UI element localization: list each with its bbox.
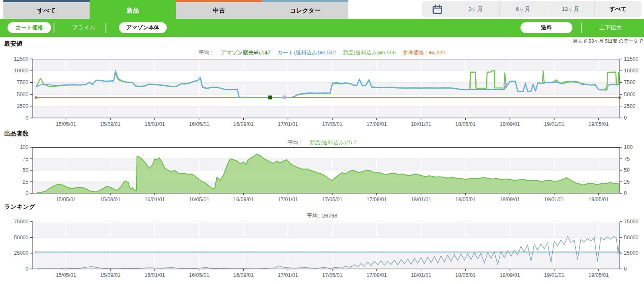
cart-price-toggle[interactable]: カート価格 <box>8 22 51 33</box>
y-axis-label: 0 <box>26 266 28 272</box>
chart-legend-lowest-price: 平均 : アマゾン販売¥5,147カート(送料込み)¥6,512新品(送料込み)… <box>0 49 644 56</box>
endpoint-dot <box>35 96 37 99</box>
y-axis-label: 50000 <box>624 235 639 241</box>
period-6m[interactable]: 6ヶ月 <box>499 1 546 17</box>
y-axis-label: 5000 <box>17 92 28 97</box>
x-axis-label: 18/01/01 <box>411 272 431 278</box>
period-12m[interactable]: 12ヶ月 <box>547 1 594 17</box>
tab-all[interactable]: すべて <box>3 0 90 19</box>
lowest-price-chart[interactable]: 0025002500500050007500750010000100001250… <box>0 59 644 130</box>
prime-label: プライム <box>72 24 95 31</box>
y-axis-label: 25000 <box>624 250 639 256</box>
y-axis-label: 10000 <box>14 68 28 74</box>
data-range-caption: 過去 約53ヶ月 5日間 のデータで <box>573 38 643 44</box>
x-axis-label: 19/05/01 <box>588 272 609 278</box>
x-axis-label: 17/09/01 <box>366 272 387 278</box>
legend-item: カート(送料込み)¥6,512 <box>277 49 336 56</box>
tab-new[interactable]: 新品 <box>90 0 176 19</box>
toolbar-separator <box>106 23 106 33</box>
grid-band <box>33 59 620 71</box>
y-axis-label: 50 <box>624 167 630 173</box>
y-axis-label: 75 <box>23 156 28 162</box>
expand-toggle[interactable]: 上下拡大 <box>587 22 634 33</box>
y-axis-label: 0 <box>624 266 627 272</box>
legend-item: 新品(送料込み)25.7 <box>309 139 356 146</box>
x-axis-label: 15/05/01 <box>56 272 76 278</box>
amazon-toggle[interactable]: アマゾン本体 <box>119 22 167 33</box>
y-axis-label: 75 <box>624 156 630 162</box>
period-12m-label: 12ヶ月 <box>562 5 579 13</box>
x-axis-label: 18/01/01 <box>411 121 431 127</box>
y-axis-label: 7500 <box>624 79 636 85</box>
x-axis-label: 15/05/01 <box>56 121 76 127</box>
legend-item: アマゾン販売¥5,147 <box>221 49 270 56</box>
x-axis-label: 17/05/01 <box>322 197 343 202</box>
period-all[interactable]: すべて <box>594 1 641 17</box>
x-axis-label: 17/05/01 <box>322 272 343 278</box>
period-6m-label: 6ヶ月 <box>516 5 531 13</box>
y-axis-label: 25 <box>23 179 28 185</box>
y-axis-label: 0 <box>26 190 28 196</box>
period-3m-label: 3ヶ月 <box>469 5 483 13</box>
y-axis-label: 75000 <box>14 219 28 225</box>
x-axis-label: 16/09/01 <box>233 272 254 278</box>
endpoint-dot <box>35 251 37 253</box>
y-axis-label: 100 <box>624 144 633 150</box>
expand-label: 上下拡大 <box>599 24 622 31</box>
y-axis-label: 5000 <box>624 92 636 97</box>
y-axis-label: 2500 <box>17 103 28 109</box>
period-3m[interactable]: 3ヶ月 <box>452 1 499 17</box>
x-axis-label: 18/09/01 <box>500 272 520 278</box>
cart-price-label: カート価格 <box>15 24 43 31</box>
y-axis-label: 0 <box>624 115 627 121</box>
x-axis-label: 18/05/01 <box>455 121 476 127</box>
ranking-chart[interactable]: 0025000250005000050000750007500015/05/01… <box>0 222 644 281</box>
x-axis-label: 18/09/01 <box>500 121 520 127</box>
grid-band <box>33 95 620 106</box>
grid-band <box>33 159 620 171</box>
x-axis-label: 16/01/01 <box>144 197 165 202</box>
tab-new-label: 新品 <box>127 7 139 15</box>
x-axis-label: 17/01/01 <box>278 121 298 127</box>
tab-collector[interactable]: コレクター <box>262 0 348 19</box>
grid-band <box>33 106 620 118</box>
y-axis-label: 25000 <box>14 250 28 256</box>
x-axis-label: 16/05/01 <box>189 272 209 278</box>
tab-used[interactable]: 中古 <box>176 0 262 19</box>
marker-square <box>504 82 507 86</box>
prime-toggle[interactable]: プライム <box>63 22 105 33</box>
price-tracker-page: すべて 新品 中古 コレクター 3ヶ月 6ヶ月 12ヶ月 <box>0 0 644 284</box>
y-axis-label: 50 <box>23 167 28 173</box>
grid-band <box>33 222 620 238</box>
x-axis-label: 19/01/01 <box>544 272 564 278</box>
grid-band <box>33 253 620 269</box>
chart-title-lowest-price: 最安値 <box>4 40 23 48</box>
y-axis-label: 12500 <box>14 56 28 62</box>
seller-count-chart[interactable]: 0025255050757510010015/05/0115/09/0116/0… <box>0 147 644 206</box>
y-axis-label: 100 <box>20 144 28 150</box>
legend-item: 平均 : <box>287 139 303 146</box>
x-axis-label: 17/01/01 <box>278 197 298 202</box>
x-axis-label: 16/05/01 <box>189 197 209 202</box>
toolbar-separator <box>54 23 54 33</box>
x-axis-label: 16/09/01 <box>233 197 254 202</box>
shipping-toggle[interactable]: 送料 <box>520 22 572 33</box>
y-axis-label: 50000 <box>14 235 28 241</box>
x-axis-label: 16/01/01 <box>144 121 165 127</box>
x-axis-label: 19/01/01 <box>544 197 564 202</box>
calendar-button[interactable] <box>422 1 452 17</box>
legend-item: 平均 : <box>198 49 214 56</box>
y-axis-label: 10000 <box>624 68 639 74</box>
x-axis-label: 17/05/01 <box>322 121 343 127</box>
tab-used-label: 中古 <box>213 7 225 15</box>
marker-square <box>268 95 272 99</box>
x-axis-label: 16/09/01 <box>233 121 254 127</box>
chart-title-seller-count: 出品者数 <box>4 130 28 138</box>
period-all-label: すべて <box>609 5 626 13</box>
legend-item: 新品(送料込み)¥6,906 <box>343 49 396 56</box>
x-axis-label: 17/09/01 <box>366 121 387 127</box>
x-axis-label: 18/09/01 <box>500 197 520 202</box>
x-axis-label: 15/09/01 <box>100 272 121 278</box>
x-axis-label: 15/09/01 <box>100 121 121 127</box>
calendar-icon <box>432 4 443 15</box>
